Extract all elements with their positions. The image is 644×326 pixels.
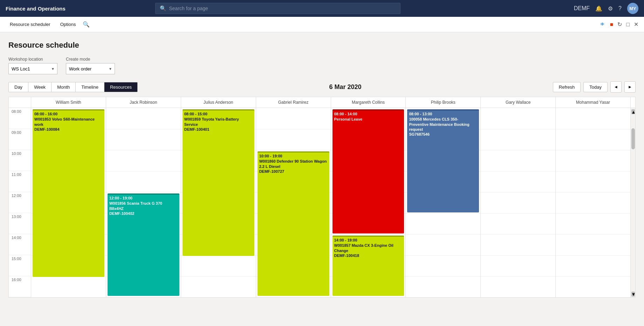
create-mode-select[interactable]: Work order — [66, 63, 115, 74]
grid-col-jack-robinson: 12:00 - 19:00 W001856 Scania Truck G 370… — [106, 108, 181, 297]
page-content: Resource schedule Workshop location WS L… — [0, 32, 644, 298]
time-13: 13:00 — [9, 213, 31, 234]
top-navigation: Finance and Operations 🔍 DEMF 🔔 ⚙ ? MY — [0, 0, 644, 17]
resource-gabriel-ramirez: Gabriel Ramirez — [256, 97, 331, 108]
calendar-nav-buttons: Refresh Today ◄ ► — [553, 81, 636, 93]
grid-col-william-smith: 08:00 - 16:00 W001853 Volvo S60-Maintena… — [31, 108, 106, 297]
search-input[interactable] — [169, 6, 396, 11]
grid-icon[interactable]: ⧧ — [600, 21, 606, 28]
event-margareth-leave[interactable]: 08:00 - 14:00 Personal Leave — [333, 109, 404, 233]
resource-margareth-collins: Margareth Collins — [331, 97, 406, 108]
create-mode-label: Create mode — [66, 57, 115, 62]
next-button[interactable]: ► — [624, 81, 636, 93]
workshop-label: Workshop location — [8, 57, 57, 62]
grid-columns: 08:00 - 16:00 W001853 Volvo S60-Maintena… — [31, 108, 630, 297]
event-gabriel-defender[interactable]: 10:00 - 19:00 W001860 Defender 90 Statio… — [258, 151, 329, 296]
time-column: 08:00 09:00 10:00 11:00 12:00 13:00 14:0… — [9, 108, 31, 297]
nav-options[interactable]: Options — [56, 17, 80, 32]
resource-philip-brooks: Philip Brooks — [406, 97, 481, 108]
notification-icon[interactable]: 🔔 — [595, 5, 602, 12]
event-julius-toyota[interactable]: 08:00 - 15:00 W001859 Toyota Yaris-Batte… — [183, 109, 254, 256]
resource-julius-anderson: Julius Anderson — [181, 97, 256, 108]
calendar-date: 6 Mar 2020 — [138, 83, 553, 91]
view-buttons-group: Day Week Month Timeline Resources — [8, 82, 138, 92]
view-btn-day[interactable]: Day — [9, 82, 28, 92]
view-btn-resources[interactable]: Resources — [104, 82, 137, 92]
office-icon[interactable]: ■ — [610, 21, 614, 28]
event-william-maintenance[interactable]: 08:00 - 16:00 W001853 Volvo S60-Maintena… — [33, 109, 104, 277]
workshop-select-wrapper[interactable]: WS Loc1 — [8, 63, 57, 74]
create-mode-filter: Create mode Work order — [66, 57, 115, 74]
event-margareth-mazda[interactable]: 14:00 - 19:00 W001857 Mazda CX 3-Engine … — [333, 236, 404, 296]
time-08: 08:00 — [9, 108, 31, 129]
filters-row: Workshop location WS Loc1 Create mode Wo… — [8, 57, 636, 74]
close-icon[interactable]: ✕ — [634, 21, 638, 28]
time-10: 10:00 — [9, 150, 31, 171]
second-navigation: Resource scheduler Options 🔍 ⧧ ■ ↻ □ ✕ — [0, 17, 644, 32]
scrollbar[interactable]: ▲ ▼ — [630, 108, 635, 297]
schedule-header: William Smith Jack Robinson Julius Ander… — [9, 97, 635, 108]
settings-icon[interactable]: ⚙ — [608, 5, 613, 12]
view-btn-timeline[interactable]: Timeline — [76, 82, 104, 92]
prev-button[interactable]: ◄ — [610, 81, 622, 93]
top-nav-right: DEMF 🔔 ⚙ ? MY — [574, 3, 638, 14]
user-avatar[interactable]: MY — [627, 3, 638, 14]
time-12: 12:00 — [9, 192, 31, 213]
app-title: Finance and Operations — [6, 6, 66, 12]
time-11: 11:00 — [9, 171, 31, 192]
search-icon: 🔍 — [160, 5, 166, 12]
resource-william-smith: William Smith — [31, 97, 106, 108]
help-icon[interactable]: ? — [618, 5, 622, 12]
workshop-select[interactable]: WS Loc1 — [8, 63, 57, 74]
page-title: Resource schedule — [8, 41, 636, 50]
time-16: 16:00 — [9, 276, 31, 297]
grid-col-gabriel-ramirez: 10:00 - 19:00 W001860 Defender 90 Statio… — [256, 108, 331, 297]
today-button[interactable]: Today — [583, 82, 608, 92]
nav-resource-scheduler[interactable]: Resource scheduler — [6, 17, 55, 32]
schedule-grid: William Smith Jack Robinson Julius Ander… — [8, 97, 636, 298]
grid-col-mohammad-yasar — [556, 108, 630, 297]
grid-col-julius-anderson: 08:00 - 15:00 W001859 Toyota Yaris-Batte… — [181, 108, 256, 297]
event-jack-scania[interactable]: 12:00 - 19:00 W001856 Scania Truck G 370… — [108, 193, 179, 296]
view-btn-week[interactable]: Week — [28, 82, 52, 92]
workshop-filter: Workshop location WS Loc1 — [8, 57, 57, 74]
create-mode-select-wrapper[interactable]: Work order — [66, 63, 115, 74]
scrollbar-thumb[interactable] — [631, 128, 635, 149]
resource-gary-wallace: Gary Wallace — [481, 97, 556, 108]
second-nav-right: ⧧ ■ ↻ □ ✕ — [600, 21, 638, 28]
restore-icon[interactable]: □ — [626, 21, 630, 28]
grid-col-margareth-collins: 08:00 - 14:00 Personal Leave 14:00 - 19:… — [331, 108, 406, 297]
time-09: 09:00 — [9, 129, 31, 150]
resource-jack-robinson: Jack Robinson — [106, 97, 181, 108]
view-btn-month[interactable]: Month — [52, 82, 76, 92]
refresh-icon[interactable]: ↻ — [617, 21, 622, 28]
nav-search-icon[interactable]: 🔍 — [83, 21, 90, 28]
refresh-button[interactable]: Refresh — [553, 82, 581, 92]
grid-col-gary-wallace — [481, 108, 556, 297]
grid-col-philip-brooks: 08:00 - 13:00 100058 Mercedes CLS 350-Pr… — [406, 108, 481, 297]
search-box[interactable]: 🔍 — [155, 3, 400, 14]
scrollbar-header-spacer — [630, 97, 635, 108]
time-14: 14:00 — [9, 234, 31, 255]
time-15: 15:00 — [9, 255, 31, 276]
event-philip-mercedes[interactable]: 08:00 - 13:00 100058 Mercedes CLS 350-Pr… — [407, 109, 479, 212]
company-label: DEMF — [574, 5, 590, 12]
schedule-body-wrapper: 08:00 09:00 10:00 11:00 12:00 13:00 14:0… — [9, 108, 635, 297]
scrollbar-up-arrow[interactable]: ▲ — [631, 109, 635, 114]
time-col-header — [9, 97, 31, 108]
calendar-toolbar: Day Week Month Timeline Resources 6 Mar … — [8, 81, 636, 93]
scrollbar-down-arrow[interactable]: ▼ — [631, 292, 635, 297]
resource-mohammad-yasar: Mohammad Yasar — [556, 97, 630, 108]
resource-columns-header: William Smith Jack Robinson Julius Ander… — [31, 97, 630, 108]
